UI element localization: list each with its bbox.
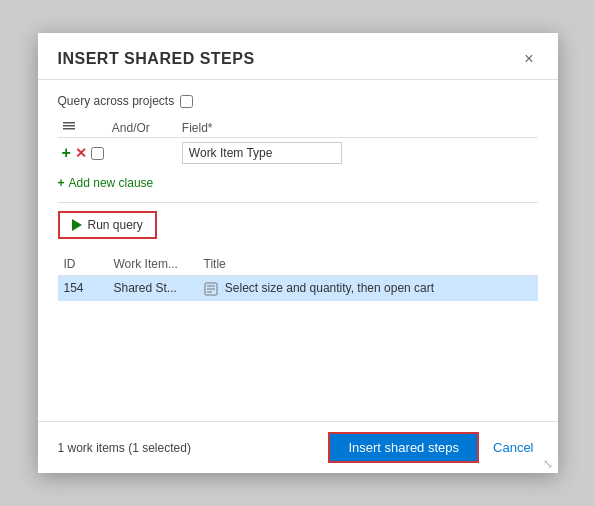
add-clause-button[interactable]: + Add new clause [58, 174, 154, 192]
svg-rect-2 [63, 128, 75, 130]
dialog-title: INSERT SHARED STEPS [58, 50, 255, 68]
query-across-projects-label: Query across projects [58, 94, 175, 108]
run-query-label: Run query [88, 218, 143, 232]
table-row[interactable]: 154 Shared St... Select size and quantit… [58, 276, 538, 301]
filter-row-actions: + ✕ [58, 138, 108, 169]
svg-rect-0 [63, 122, 75, 124]
type-column-header: Work Item... [108, 253, 198, 276]
insert-shared-steps-dialog: INSERT SHARED STEPS × Query across proje… [38, 33, 558, 473]
insert-shared-steps-button[interactable]: Insert shared steps [328, 432, 479, 463]
title-column-header: Title [198, 253, 538, 276]
result-type: Shared St... [108, 276, 198, 301]
footer-status: 1 work items (1 selected) [58, 441, 191, 455]
results-table: ID Work Item... Title 154 Shared St... [58, 253, 538, 301]
resize-handle: ⤡ [543, 458, 553, 470]
work-item-icon [204, 281, 221, 295]
footer-buttons: Insert shared steps Cancel [328, 432, 537, 463]
filter-rows-icon [62, 120, 76, 132]
play-icon [72, 219, 82, 231]
field-column-header: Field* [178, 118, 538, 138]
shared-steps-icon [204, 282, 218, 296]
dialog-footer: 1 work items (1 selected) Insert shared … [38, 421, 558, 473]
query-across-projects-row: Query across projects [58, 94, 538, 108]
run-query-button[interactable]: Run query [58, 211, 157, 239]
results-header-row: ID Work Item... Title [58, 253, 538, 276]
svg-rect-1 [63, 125, 75, 127]
add-clause-label: Add new clause [69, 176, 154, 190]
filter-row: + ✕ [58, 138, 538, 169]
result-id: 154 [58, 276, 108, 301]
add-row-icon[interactable]: + [62, 144, 71, 162]
row-checkbox[interactable] [91, 147, 104, 160]
cancel-button[interactable]: Cancel [489, 434, 537, 461]
add-clause-plus-icon: + [58, 176, 65, 190]
dialog-body: Query across projects And/Or Field* [38, 80, 558, 421]
close-button[interactable]: × [520, 49, 537, 69]
result-title: Select size and quantity, then open cart [198, 276, 538, 301]
separator-1 [58, 202, 538, 203]
field-cell [178, 138, 538, 169]
col-actions-header [58, 118, 108, 138]
filter-table: And/Or Field* + ✕ [58, 118, 538, 168]
field-input[interactable] [182, 142, 342, 164]
delete-row-icon[interactable]: ✕ [75, 145, 87, 161]
dialog-header: INSERT SHARED STEPS × [38, 33, 558, 80]
query-across-projects-checkbox[interactable] [180, 95, 193, 108]
andor-column-header: And/Or [108, 118, 178, 138]
result-title-text: Select size and quantity, then open cart [225, 281, 434, 295]
andor-cell [108, 138, 178, 169]
id-column-header: ID [58, 253, 108, 276]
